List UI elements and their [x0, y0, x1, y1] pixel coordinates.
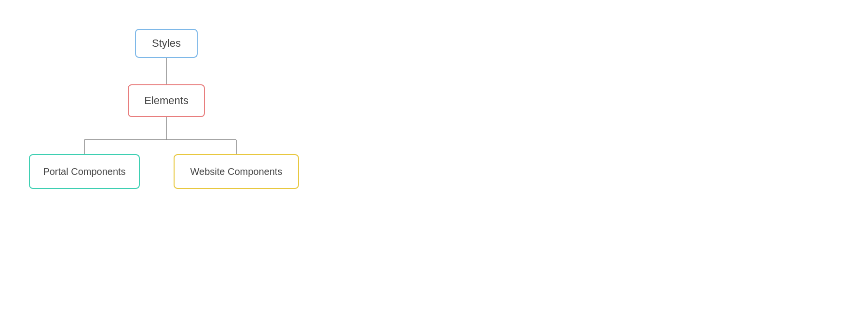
tree-node-website: Website Components	[174, 154, 299, 189]
tree-node-elements: Elements	[128, 84, 205, 117]
tree-node-styles: Styles	[135, 29, 198, 58]
tree-diagram: Styles Elements Portal Components Websit…	[0, 0, 347, 318]
tree-node-portal: Portal Components	[29, 154, 140, 189]
